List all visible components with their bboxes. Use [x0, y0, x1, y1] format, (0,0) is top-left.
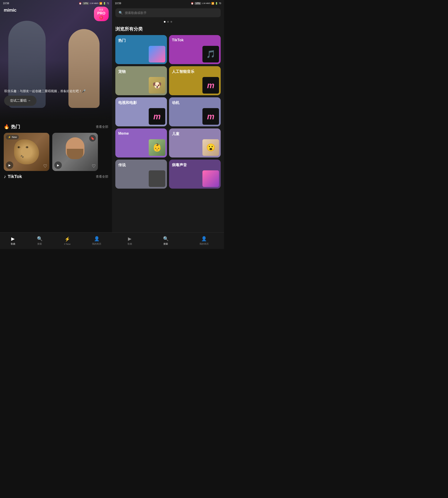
cat-hot-thumb [149, 46, 165, 63]
right-vpn-badge: VPN [194, 2, 201, 5]
nav-search[interactable]: 🔍 搜索 [37, 236, 43, 246]
bookmark-button[interactable]: 🔖 [89, 135, 96, 142]
lightning-icon: ⚡ [8, 136, 11, 139]
cat-pet-label: 宠物 [118, 69, 126, 74]
battery-level: 71 [107, 2, 109, 5]
dot-3 [171, 21, 172, 23]
right-nav-profile[interactable]: 👤 我的简历 [200, 236, 209, 246]
right-signal-icon: 📶 [211, 2, 214, 5]
play-button[interactable]: ▶ [6, 161, 13, 169]
category-viral[interactable]: 病毒声音 [169, 160, 221, 189]
tiktok-section-title: ♪ TikTok [4, 174, 22, 179]
cat-viral-thumb [202, 170, 219, 187]
category-pet[interactable]: 宠物 🐶 [115, 66, 167, 95]
dot-2 [167, 21, 169, 23]
cat-meme-label: Meme [118, 131, 129, 136]
vpn-badge: VPN [82, 2, 89, 5]
right-nav-songs[interactable]: ▶ 歌曲 [128, 236, 132, 246]
song-card-cotton[interactable]: ⚡ New ▶ ♡ Cotton Eye Joe Nugget [4, 133, 49, 171]
hero-description: 双倍乐趣：与朋友一起创建二重唱视频，准备好走红吧！🎤 [4, 89, 108, 94]
cat-tiktok-label: TikTok [172, 38, 184, 42]
right-battery-level: 70 [219, 2, 221, 5]
search-bar[interactable]: 🔍 [115, 8, 221, 17]
right-time: 10:59 [115, 2, 121, 5]
cat-motivation-thumb: m [202, 108, 219, 125]
cat-motivation-label: 动机 [172, 100, 179, 105]
right-network-speed: 1.30 MB/S [202, 2, 210, 4]
nav-new[interactable]: ⚡ # New [64, 236, 70, 245]
network-speed: 2.30 MB/S [90, 2, 98, 4]
search-nav-icon: 🔍 [37, 236, 43, 242]
heart-button[interactable]: ♡ [43, 164, 47, 169]
tiktok-section-header: ♪ TikTok 查看全部 [4, 174, 108, 179]
alarm-icon: ⏰ [79, 2, 82, 5]
songs-icon: ▶ [11, 236, 15, 242]
pro-crown-icon: ⭕ [99, 16, 103, 19]
man-head [66, 137, 84, 158]
category-movie[interactable]: 电视和电影 m [115, 97, 167, 126]
search-input[interactable] [125, 11, 217, 15]
hero-person-male [8, 21, 46, 108]
song-card-farting[interactable]: 🔖 ▶ ♡ Farting [52, 133, 98, 171]
motivation-m-logo: m [207, 112, 214, 121]
cat-tiktok-thumb: 🎵 [202, 46, 219, 63]
nav-profile-label: 我的简历 [92, 242, 101, 246]
right-songs-icon: ▶ [128, 236, 131, 242]
heart-button-farting[interactable]: ♡ [92, 164, 96, 169]
movie-m-logo: m [153, 112, 161, 121]
right-alarm-icon: ⏰ [191, 2, 194, 5]
right-status-bar: 10:59 ⏰ VPN 1.30 MB/S 📶 🔋 70 [112, 0, 224, 7]
cat-pet-thumb: 🐶 [149, 77, 165, 94]
nav-songs-label: 歌曲 [11, 242, 15, 246]
tiktok-section: ♪ TikTok 查看全部 [0, 171, 112, 179]
category-ai[interactable]: 人工智能音乐 m [169, 66, 221, 95]
nav-profile[interactable]: 👤 我的简历 [92, 236, 101, 246]
right-status-icons: ⏰ VPN 1.30 MB/S 📶 🔋 70 [191, 2, 221, 5]
left-panel: 10:58 ⏰ VPN 2.30 MB/S 📶 🔋 71 mimic 您是 PR… [0, 0, 112, 249]
right-search-icon: 🔍 [163, 236, 169, 242]
music-note-icon: ♪ [4, 174, 6, 179]
pro-label: PRO [97, 11, 105, 16]
cat-ai-thumb: m [202, 77, 219, 94]
duet-button[interactable]: 尝试二重唱 → [4, 96, 36, 106]
cat-viral-label: 病毒声音 [172, 163, 187, 167]
category-legend[interactable]: 传说 [115, 160, 167, 189]
hot-more-link[interactable]: 查看全部 [96, 125, 108, 129]
nav-search-label: 搜索 [37, 242, 42, 246]
browse-title: 浏览所有分类 [112, 24, 224, 35]
tiktok-logo-icon: 🎵 [206, 50, 215, 59]
right-nav-search[interactable]: 🔍 搜索 [163, 236, 169, 246]
pro-badge[interactable]: 您是 PRO ⭕ [94, 7, 109, 21]
fire-icon: 🔥 [4, 124, 9, 130]
right-panel: 10:59 ⏰ VPN 1.30 MB/S 📶 🔋 70 🔍 浏览所有分类 热门 [112, 0, 224, 249]
category-motivation[interactable]: 动机 m [169, 97, 221, 126]
cat-children-label: 儿童 [172, 131, 179, 136]
hero-banner: mimic 您是 PRO ⭕ 双倍乐趣：与朋友一起创建二重唱视频，准备好走红吧！… [0, 0, 112, 120]
right-battery-icon: 🔋 [215, 2, 218, 5]
cat-ai-label: 人工智能音乐 [172, 69, 194, 74]
ai-m-logo: m [207, 81, 214, 90]
nav-new-label: # New [64, 243, 70, 245]
hot-section: 🔥 热门 查看全部 ⚡ New ▶ ♡ Cotton Eye Joe Nugge [0, 120, 112, 171]
battery-icon: 🔋 [103, 2, 106, 5]
category-children[interactable]: 儿童 😮 [169, 129, 221, 157]
category-tiktok[interactable]: TikTok 🎵 [169, 35, 221, 64]
tiktok-more-link[interactable]: 查看全部 [96, 175, 108, 179]
search-icon: 🔍 [119, 11, 123, 15]
category-hot[interactable]: 热门 [115, 35, 167, 64]
cat-children-thumb: 😮 [202, 139, 219, 156]
right-nav-profile-label: 我的简历 [200, 242, 209, 246]
play-button-farting[interactable]: ▶ [54, 161, 62, 169]
app-logo: mimic [4, 7, 16, 13]
category-meme[interactable]: Meme 👶 [115, 129, 167, 157]
categories-grid: 热门 TikTok 🎵 宠物 🐶 人工智能音乐 m 电视和电影 m [112, 35, 224, 189]
hot-section-title: 🔥 热门 [4, 124, 20, 130]
left-bottom-nav: ▶ 歌曲 🔍 搜索 ⚡ # New 👤 我的简历 [0, 232, 112, 249]
dots-indicator [112, 19, 224, 24]
hot-cards-row: ⚡ New ▶ ♡ Cotton Eye Joe Nugget [4, 133, 108, 171]
pro-top-text: 您是 [99, 8, 103, 11]
nugget-character [14, 139, 39, 164]
new-badge: ⚡ New [6, 135, 19, 139]
nav-songs[interactable]: ▶ 歌曲 [11, 236, 15, 246]
cat-legend-thumb [149, 170, 165, 187]
